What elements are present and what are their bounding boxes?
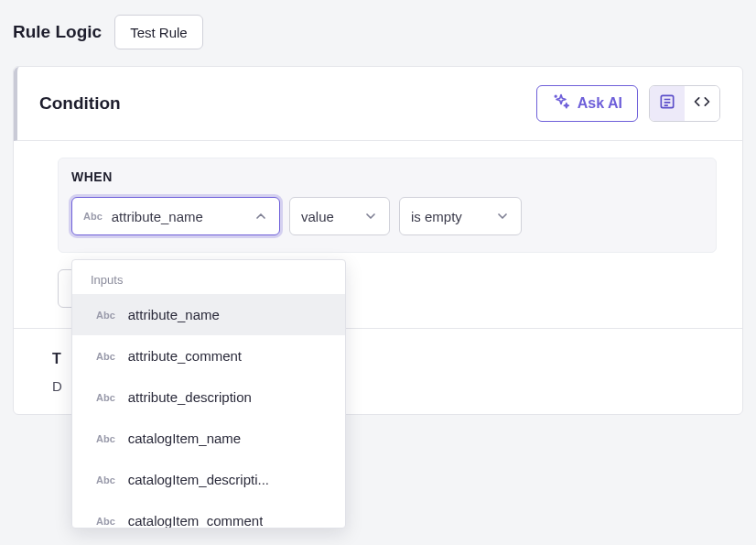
type-badge: Abc xyxy=(83,211,103,222)
dropdown-scroll[interactable]: Inputs Abcattribute_nameAbcattribute_com… xyxy=(72,260,345,528)
dropdown-item-label: attribute_comment xyxy=(128,348,242,364)
property-select-value: value xyxy=(301,209,354,224)
dropdown-item[interactable]: Abcattribute_description xyxy=(72,376,345,418)
page-title: Rule Logic xyxy=(13,22,102,42)
dropdown-item-label: attribute_name xyxy=(128,307,220,322)
type-badge: Abc xyxy=(96,474,115,485)
operator-select-value: is empty xyxy=(411,209,486,224)
test-rule-button[interactable]: Test Rule xyxy=(114,15,203,49)
dropdown-item[interactable]: AbccatalogItem_descripti... xyxy=(72,459,345,500)
operator-select[interactable]: is empty xyxy=(399,197,522,235)
type-badge: Abc xyxy=(96,351,115,362)
dropdown-item-label: attribute_description xyxy=(128,389,252,405)
chevron-down-icon xyxy=(363,209,378,223)
code-view-button[interactable] xyxy=(685,86,719,121)
ask-ai-button[interactable]: Ask AI xyxy=(536,85,638,122)
chevron-up-icon xyxy=(254,209,268,223)
sparkle-icon xyxy=(552,93,570,114)
code-view-icon xyxy=(693,93,711,114)
condition-title: Condition xyxy=(39,93,121,114)
dropdown-section-label: Inputs xyxy=(72,260,345,294)
when-block: WHEN Abc attribute_name value xyxy=(58,158,717,253)
attribute-dropdown: Inputs Abcattribute_nameAbcattribute_com… xyxy=(71,259,346,529)
form-view-button[interactable] xyxy=(650,86,685,121)
chevron-down-icon xyxy=(495,209,510,223)
type-badge: Abc xyxy=(96,392,115,403)
dropdown-item-label: catalogItem_descripti... xyxy=(128,472,269,487)
type-badge: Abc xyxy=(96,433,115,444)
dropdown-item[interactable]: Abcattribute_comment xyxy=(72,335,345,376)
svg-point-0 xyxy=(555,95,556,97)
dropdown-item-label: catalogItem_name xyxy=(128,431,241,446)
attribute-select[interactable]: Abc attribute_name xyxy=(71,197,280,235)
condition-card: Condition Ask AI xyxy=(13,66,743,415)
type-badge: Abc xyxy=(96,516,115,527)
dropdown-item-label: catalogItem_comment xyxy=(128,513,264,528)
form-view-icon xyxy=(658,93,676,114)
ask-ai-label: Ask AI xyxy=(578,95,622,112)
property-select[interactable]: value xyxy=(289,197,390,235)
view-toggle xyxy=(649,85,720,122)
attribute-select-value: attribute_name xyxy=(112,209,244,224)
type-badge: Abc xyxy=(96,310,115,321)
when-label: WHEN xyxy=(71,169,703,184)
dropdown-item[interactable]: AbccatalogItem_name xyxy=(72,418,345,459)
dropdown-item[interactable]: Abcattribute_name xyxy=(72,294,345,335)
dropdown-item[interactable]: AbccatalogItem_comment xyxy=(72,500,345,528)
